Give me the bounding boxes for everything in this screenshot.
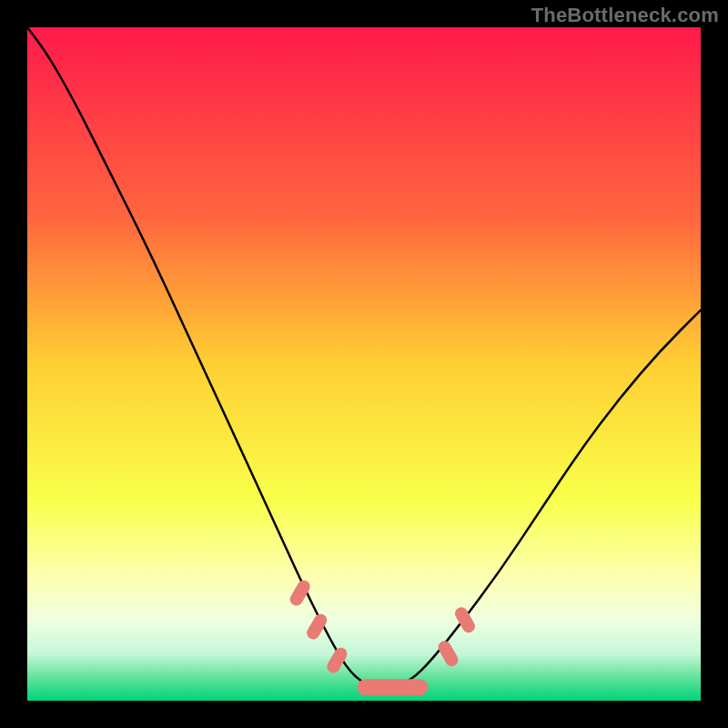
plot-area xyxy=(27,27,701,701)
bottleneck-chart xyxy=(27,27,701,701)
watermark-label: TheBottleneck.com xyxy=(531,4,719,27)
flat-segment xyxy=(358,679,429,695)
gradient-background xyxy=(27,27,701,701)
chart-frame: TheBottleneck.com xyxy=(0,0,728,728)
